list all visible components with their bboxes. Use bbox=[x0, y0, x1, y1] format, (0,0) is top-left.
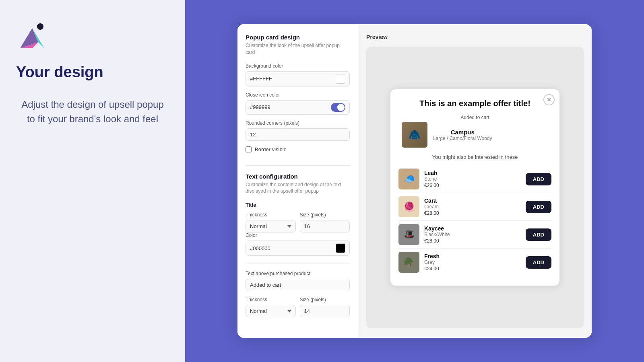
color-input[interactable] bbox=[250, 245, 332, 251]
close-icon-color-input-wrapper[interactable] bbox=[246, 100, 350, 115]
close-icon-color-field: Close icon color bbox=[246, 92, 350, 115]
bg-color-field: Background color bbox=[246, 63, 350, 86]
cara-variant: Cream bbox=[424, 204, 521, 210]
rounded-corners-label: Rounded corners (pixels) bbox=[246, 120, 350, 126]
bg-color-input-wrapper[interactable] bbox=[246, 71, 350, 86]
upsell-item-leah: 🧢 Leah Stone €26,00 ADD bbox=[398, 165, 551, 193]
popup-card: ✕ This is an example offer title! Added … bbox=[390, 89, 559, 286]
popup-added-to-cart-label: Added to cart bbox=[398, 115, 551, 120]
close-icon-color-input[interactable] bbox=[250, 104, 328, 110]
card-design-section: Popup card design Customize the look of … bbox=[246, 34, 350, 158]
card-design-title: Popup card design bbox=[246, 34, 350, 41]
fresh-price: €24,00 bbox=[424, 266, 521, 272]
fresh-product-image: 🪖 bbox=[398, 252, 419, 273]
text-above-label: Text above purchased product bbox=[246, 271, 350, 276]
popup-also-label: You might also be interested in these bbox=[398, 154, 551, 160]
card-design-desc: Customize the look of the upsell offer p… bbox=[246, 42, 350, 56]
text-above-thickness-label: Thickness bbox=[246, 297, 296, 302]
leah-price: €26,00 bbox=[424, 183, 521, 188]
text-config-desc: Customize the content and design of the … bbox=[246, 181, 350, 195]
cara-item-info: Cara Cream €28,00 bbox=[424, 197, 521, 216]
left-panel: Your design Adjust the design of upsell … bbox=[0, 0, 185, 362]
text-above-thickness-select[interactable]: Normal Bold bbox=[246, 305, 296, 317]
leah-product-image: 🧢 bbox=[398, 169, 419, 189]
settings-panel: Popup card design Customize the look of … bbox=[237, 24, 358, 338]
upsell-item-fresh: 🪖 Fresh Grey €24,00 ADD bbox=[398, 248, 551, 276]
text-config-title: Text configuration bbox=[246, 173, 350, 180]
border-visible-row[interactable]: Border visible bbox=[246, 146, 350, 152]
fresh-item-info: Fresh Grey €24,00 bbox=[424, 253, 521, 272]
bg-color-swatch[interactable] bbox=[336, 74, 345, 84]
kaycee-variant: Black/White bbox=[424, 232, 521, 237]
text-above-thickness-group: Thickness Normal Bold bbox=[246, 297, 296, 317]
text-above-thickness-size-row: Thickness Normal Bold Size (pixels) bbox=[246, 297, 350, 317]
close-icon-color-label: Close icon color bbox=[246, 92, 350, 98]
bg-color-input[interactable] bbox=[250, 76, 332, 82]
right-panel: Popup card design Customize the look of … bbox=[185, 0, 644, 362]
text-above-field: Text above purchased product bbox=[246, 271, 350, 291]
kaycee-name: Kaycee bbox=[424, 225, 521, 232]
main-card: Popup card design Customize the look of … bbox=[237, 24, 592, 338]
popup-added-product: 🧥 Campus Large / Camo/Floral Woody bbox=[398, 122, 551, 148]
rounded-corners-input[interactable] bbox=[246, 128, 350, 141]
fresh-add-button[interactable]: ADD bbox=[526, 256, 551, 269]
rounded-corners-field: Rounded corners (pixels) bbox=[246, 120, 350, 141]
close-icon-color-toggle[interactable] bbox=[331, 103, 345, 112]
title-subsection-label: Title bbox=[246, 202, 350, 208]
text-above-input[interactable] bbox=[246, 279, 350, 291]
color-label: Color bbox=[246, 232, 350, 238]
section-divider-2 bbox=[246, 263, 350, 263]
kaycee-product-image: 🎩 bbox=[398, 224, 419, 245]
title-color-field: Color bbox=[246, 232, 350, 256]
leah-name: Leah bbox=[424, 170, 521, 176]
thickness-select[interactable]: Normal Bold Light bbox=[246, 220, 296, 232]
leah-variant: Stone bbox=[424, 176, 521, 182]
section-divider-1 bbox=[246, 165, 350, 166]
bg-color-label: Background color bbox=[246, 63, 350, 69]
fresh-variant: Grey bbox=[424, 259, 521, 265]
hero-desc: Adjust the design of upsell popup to fit… bbox=[16, 97, 169, 126]
text-above-size-input[interactable] bbox=[300, 305, 350, 317]
border-visible-checkbox[interactable] bbox=[246, 146, 252, 152]
upsell-item-cara: 🧶 Cara Cream €28,00 ADD bbox=[398, 193, 551, 220]
leah-add-button[interactable]: ADD bbox=[526, 173, 551, 185]
svg-point-0 bbox=[37, 23, 43, 30]
border-visible-label[interactable]: Border visible bbox=[255, 146, 287, 152]
color-input-wrapper[interactable] bbox=[246, 241, 350, 256]
kaycee-add-button[interactable]: ADD bbox=[526, 228, 551, 241]
size-input[interactable] bbox=[300, 220, 350, 232]
color-swatch[interactable] bbox=[336, 243, 345, 253]
app-logo bbox=[16, 20, 48, 52]
fresh-name: Fresh bbox=[424, 253, 521, 259]
title-thickness-group: Thickness Normal Bold Light bbox=[246, 212, 296, 232]
thickness-label: Thickness bbox=[246, 212, 296, 218]
preview-label: Preview bbox=[366, 34, 584, 40]
size-label: Size (pixels) bbox=[300, 212, 350, 218]
popup-preview-area: ✕ This is an example offer title! Added … bbox=[366, 47, 584, 328]
campus-product-image: 🧥 bbox=[402, 122, 427, 148]
cara-product-image: 🧶 bbox=[398, 196, 419, 217]
title-thickness-size-row: Thickness Normal Bold Light Size (pixels… bbox=[246, 212, 350, 232]
popup-close-button[interactable]: ✕ bbox=[543, 94, 555, 105]
cara-name: Cara bbox=[424, 197, 521, 204]
campus-product-info: Campus Large / Camo/Floral Woody bbox=[433, 129, 492, 141]
campus-product-name: Campus bbox=[433, 129, 492, 136]
preview-panel: Preview ✕ This is an example offer title… bbox=[358, 24, 592, 338]
cara-price: €28,00 bbox=[424, 210, 521, 216]
title-size-group: Size (pixels) bbox=[300, 212, 350, 232]
popup-added-section: Added to cart 🧥 Campus Large / Camo/Flor… bbox=[398, 115, 551, 148]
campus-product-variant: Large / Camo/Floral Woody bbox=[433, 136, 492, 141]
leah-item-info: Leah Stone €26,00 bbox=[424, 170, 521, 188]
text-config-section: Text configuration Customize the content… bbox=[246, 173, 350, 318]
text-above-size-group: Size (pixels) bbox=[300, 297, 350, 317]
upsell-item-kaycee: 🎩 Kaycee Black/White €28,00 ADD bbox=[398, 220, 551, 248]
kaycee-price: €28,00 bbox=[424, 238, 521, 244]
cara-add-button[interactable]: ADD bbox=[526, 201, 551, 213]
popup-offer-title: This is an example offer title! bbox=[398, 99, 551, 108]
text-above-size-label: Size (pixels) bbox=[300, 297, 350, 302]
hero-title: Your design bbox=[16, 64, 169, 81]
kaycee-item-info: Kaycee Black/White €28,00 bbox=[424, 225, 521, 244]
